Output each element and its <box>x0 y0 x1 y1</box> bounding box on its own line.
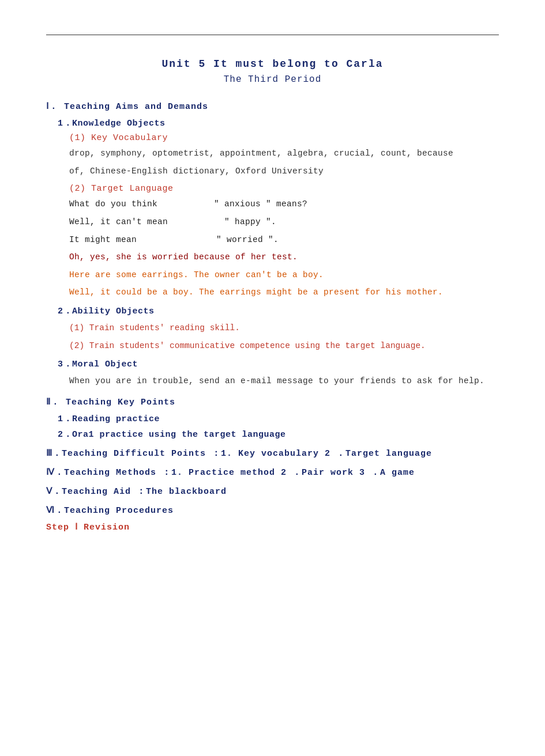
page-container: Unit 5 It must belong to Carla The Third… <box>0 0 545 756</box>
step-I: Step Ⅰ Revision <box>46 521 499 532</box>
dialog-line-1: What do you think " anxious " means? <box>69 197 499 211</box>
section-II-heading: Ⅱ． Teaching Key Points <box>46 396 499 407</box>
dialog-left-1: What do you think <box>69 199 157 209</box>
key-point-1: 1．Reading practice <box>58 413 499 424</box>
sentence-3: Well, it could be a boy. The earrings mi… <box>69 285 499 300</box>
vocab-line-2: of, Chinese-English dictionary, Oxford U… <box>69 164 499 179</box>
key-point-2: 2．Ora1 practice using the target languag… <box>58 429 499 440</box>
top-rule <box>46 35 499 35</box>
vocab-line-1: drop, symphony, optometrist, appointment… <box>69 146 499 161</box>
ability-item-1: (1) Train students' reading skill. <box>69 321 499 335</box>
dialog-line-2: Well, it can't mean " happy ". <box>69 215 499 229</box>
dialog-left-2: Well, it can't mean <box>69 217 168 226</box>
dialog-right-3: " worried ". <box>216 235 279 244</box>
doc-title: Unit 5 It must belong to Carla <box>46 58 499 70</box>
numbered-item-3: 3．Moral Object <box>58 358 499 369</box>
section-I-heading: Ⅰ． Teaching Aims and Demands <box>46 101 499 112</box>
section-IV-heading: Ⅳ．Teaching Methods ：1. Practice method 2… <box>46 467 499 478</box>
dialog-left-3: It might mean <box>69 235 137 244</box>
paren-item-1: (1) Key Vocabulary <box>69 133 499 143</box>
sentence-2: Here are some earrings. The owner can't … <box>69 268 499 282</box>
doc-subtitle: The Third Period <box>46 74 499 85</box>
section-III-heading: Ⅲ．Teaching Difficult Points ：1. Key voca… <box>46 448 499 459</box>
numbered-item-2: 2．Ability Objects <box>58 305 499 316</box>
paren-item-2: (2) Target Language <box>69 184 499 194</box>
dialog-right-1: " anxious " means? <box>214 199 307 209</box>
dialog-line-3: It might mean " worried ". <box>69 233 499 247</box>
sentence-1: Oh, yes, she is worried because of her t… <box>69 250 499 264</box>
section-VI-heading: Ⅵ．Teaching Procedures <box>46 505 499 516</box>
section-V-heading: Ⅴ．Teaching Aid ：The blackboard <box>46 486 499 497</box>
moral-text: When you are in trouble, send an e-mail … <box>69 374 499 388</box>
numbered-item-1: 1．Knowledge Objects <box>58 118 499 128</box>
dialog-right-2: " happy ". <box>224 217 276 226</box>
ability-item-2: (2) Train students' communicative compet… <box>69 339 499 353</box>
